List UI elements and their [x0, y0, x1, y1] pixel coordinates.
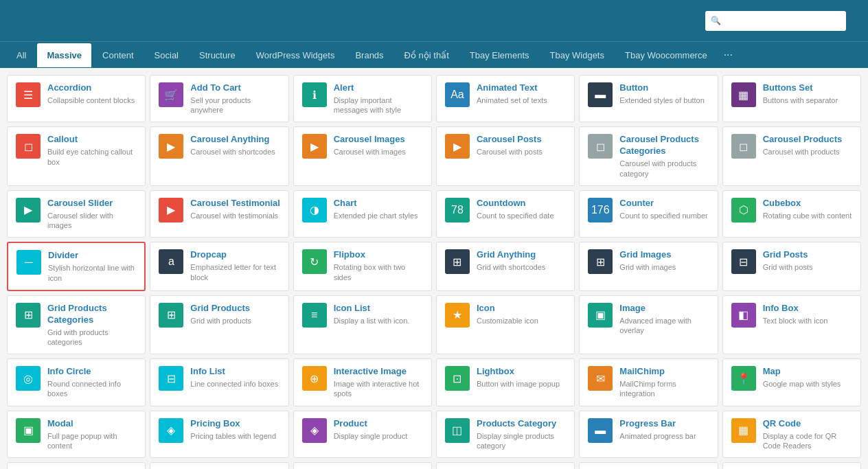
tab-tbay-widgets[interactable]: Tbay Widgets: [540, 43, 614, 67]
element-info: CounterCount to specified number: [619, 198, 710, 220]
element-card-carousel-anything[interactable]: ▶Carousel AnythingCarousel with shortcod…: [150, 126, 288, 185]
element-card-interactive-image[interactable]: ⊕Interactive ImageImage with interactive…: [293, 358, 432, 406]
element-card-progress-bar[interactable]: ▬Progress BarAnimated progress bar: [579, 411, 718, 458]
element-card-grid-posts[interactable]: ⊟Grid PostsGrid with posts: [722, 242, 861, 290]
element-card-cubebox[interactable]: ⬡CubeboxRotating cube with content: [722, 190, 861, 238]
search-input[interactable]: [705, 11, 846, 31]
element-card-products-category[interactable]: ◫Products CategoryDisplay single product…: [436, 411, 575, 458]
element-card-chart[interactable]: ◑ChartExtended pie chart styles: [293, 190, 432, 238]
element-card-single-post[interactable]: ◫Single PostCustomizable post with many …: [150, 462, 288, 469]
element-name: Product: [334, 418, 424, 430]
element-card-pricing-box[interactable]: ◈Pricing BoxPricing tables with legend: [150, 411, 288, 458]
element-card-carousel-posts[interactable]: ▶Carousel PostsCarousel with posts: [436, 126, 575, 185]
element-name: Grid Products: [190, 303, 281, 314]
element-card-map[interactable]: 📍MapGoogle map with styles: [722, 358, 861, 406]
element-card-alert[interactable]: ℹAlertDisplay important messages with st…: [293, 75, 432, 122]
element-name: Pricing Box: [190, 418, 281, 430]
element-card-grid-products-categories[interactable]: ⊞Grid Products CategoriesGrid with produ…: [7, 295, 146, 354]
element-name: Flipbox: [334, 249, 424, 261]
element-name: Grid Posts: [763, 249, 854, 261]
element-card-mailchimp[interactable]: ✉MailChimpMailChimp forms integration: [579, 358, 718, 406]
element-info: ModalFull page popup with content: [47, 418, 138, 450]
element-desc: Carousel with posts: [477, 147, 567, 157]
element-info: AlertDisplay important messages with sty…: [334, 82, 424, 115]
element-icon: 78: [445, 198, 470, 222]
element-card-product[interactable]: ◈ProductDisplay single product: [293, 411, 432, 458]
element-desc: Grid with images: [619, 262, 710, 272]
add-element-modal: AllMassiveContentSocialStructureWordPres…: [0, 0, 868, 469]
element-card-dropcap[interactable]: aDropcapEmphasized letter for text block: [150, 242, 288, 290]
element-card-info-box[interactable]: ◧Info BoxText block with icon: [722, 295, 861, 354]
element-name: MailChimp: [619, 366, 710, 378]
element-card-lightbox[interactable]: ⊡LightboxButton with image popup: [436, 358, 575, 406]
element-card-grid-images[interactable]: ⊞Grid ImagesGrid with images: [579, 242, 718, 290]
element-info: Carousel SliderCarousel slider with imag…: [47, 198, 138, 230]
element-card-countdown[interactable]: 78CountdownCount to specified date: [436, 190, 575, 238]
element-info: QR CodeDisplay a code for QR Code Reader…: [763, 418, 854, 450]
element-icon: ★: [445, 303, 470, 328]
element-info: Carousel ImagesCarousel with images: [334, 134, 424, 157]
element-desc: Customizable icon: [477, 316, 567, 325]
tab-more-button[interactable]: ···: [718, 42, 738, 68]
element-name: Accordion: [47, 82, 138, 94]
element-icon: ▬: [588, 82, 613, 107]
element-card-icon[interactable]: ★IconCustomizable icon: [436, 295, 575, 354]
tab-tbay-elements[interactable]: Tbay Elements: [460, 43, 539, 67]
element-card-modal[interactable]: ▣ModalFull page popup with content: [7, 411, 146, 458]
tab-wordpress-widgets[interactable]: WordPress Widgets: [247, 43, 345, 67]
element-card-grid-products[interactable]: ⊞Grid ProductsGrid with products: [150, 295, 288, 354]
element-card-info-list[interactable]: ⊟Info ListLine connected info boxes: [150, 358, 288, 406]
element-card-carousel-products-categories[interactable]: ◻Carousel Products CategoriesCarousel wi…: [579, 126, 718, 185]
element-card-info-circle[interactable]: ◎Info CircleRound connected info boxes: [7, 358, 146, 406]
element-card-divider[interactable]: ─DividerStylish horizontal line with ico…: [7, 242, 146, 290]
element-card-icon-list[interactable]: ≡Icon ListDisplay a list with icon.: [293, 295, 432, 354]
element-icon: ↻: [302, 249, 327, 274]
element-card-accordion[interactable]: ☰AccordionCollapsible content blocks: [7, 75, 146, 122]
element-info: AccordionCollapsible content blocks: [47, 82, 138, 105]
element-card-button[interactable]: ▬ButtonExtended styles of button: [579, 75, 718, 122]
element-card-qr-code[interactable]: ▦QR CodeDisplay a code for QR Code Reade…: [722, 411, 861, 458]
element-card-tabs[interactable]: ◫TabsTabbed content blocks: [293, 462, 432, 469]
element-info: Products CategoryDisplay single products…: [477, 418, 567, 450]
tab-do-noi-that[interactable]: Đồ nội thất: [395, 43, 459, 67]
tab-all[interactable]: All: [7, 43, 36, 67]
element-name: Chart: [334, 198, 424, 209]
element-card-quote[interactable]: ❝QuoteQuote text block: [7, 462, 146, 469]
tab-content[interactable]: Content: [93, 43, 144, 67]
element-info: DividerStylish horizontal line with icon: [48, 250, 137, 282]
element-card-testimonial[interactable]: ✉TestimonialStylish recommendation box: [436, 462, 575, 469]
tab-structure[interactable]: Structure: [190, 43, 245, 67]
element-desc: MailChimp forms integration: [619, 379, 710, 399]
element-card-flipbox[interactable]: ↻FlipboxRotating box with two sides: [293, 242, 432, 290]
element-card-carousel-slider[interactable]: ▶Carousel SliderCarousel slider with ima…: [7, 190, 146, 238]
element-card-text-block[interactable]: TText BlockDisplay a text with font form…: [579, 462, 718, 469]
tab-tbay-woocommerce[interactable]: Tbay Woocommerce: [615, 43, 717, 67]
element-card-image[interactable]: ▣ImageAdvanced image with overlay: [579, 295, 718, 354]
element-card-callout[interactable]: ◻CalloutBuild eye catching callout box: [7, 126, 146, 185]
element-card-buttons-set[interactable]: ▦Buttons SetButtons with separator: [722, 75, 861, 122]
element-info: Icon ListDisplay a list with icon.: [334, 303, 424, 325]
element-info: Add To CartSell your products anywhere: [190, 82, 281, 115]
search-wrap: [705, 11, 846, 31]
element-card-carousel-products[interactable]: ◻Carousel ProductsCarousel with products: [722, 126, 861, 185]
element-card-grid-anything[interactable]: ⊞Grid AnythingGrid with shortcodes: [436, 242, 575, 290]
element-card-carousel-testimonial[interactable]: ▶Carousel TestimonialCarousel with testi…: [150, 190, 288, 238]
element-card-timeline-basic[interactable]: ⊟Timeline BasicSimple timeline shortcode: [722, 462, 861, 469]
tab-brands[interactable]: Brands: [345, 43, 393, 67]
element-card-animated-text[interactable]: AaAnimated TextAnimated set of texts: [436, 75, 575, 122]
element-card-add-to-cart[interactable]: 🛒Add To CartSell your products anywhere: [150, 75, 288, 122]
element-card-carousel-images[interactable]: ▶Carousel ImagesCarousel with images: [293, 126, 432, 185]
element-name: Grid Products Categories: [47, 303, 138, 326]
element-info: ChartExtended pie chart styles: [334, 198, 424, 220]
element-info: Carousel ProductsCarousel with products: [763, 134, 854, 157]
element-info: Carousel Products CategoriesCarousel wit…: [619, 134, 710, 178]
element-desc: Carousel with products category: [619, 159, 710, 179]
element-card-counter[interactable]: 176CounterCount to specified number: [579, 190, 718, 238]
element-name: Icon List: [334, 303, 424, 314]
element-desc: Google map with styles: [763, 379, 854, 389]
element-desc: Display a code for QR Code Readers: [763, 431, 854, 451]
element-info: LightboxButton with image popup: [477, 366, 567, 389]
element-desc: Display single product: [334, 431, 424, 441]
tab-massive[interactable]: Massive: [37, 43, 91, 67]
tab-social[interactable]: Social: [145, 43, 188, 67]
